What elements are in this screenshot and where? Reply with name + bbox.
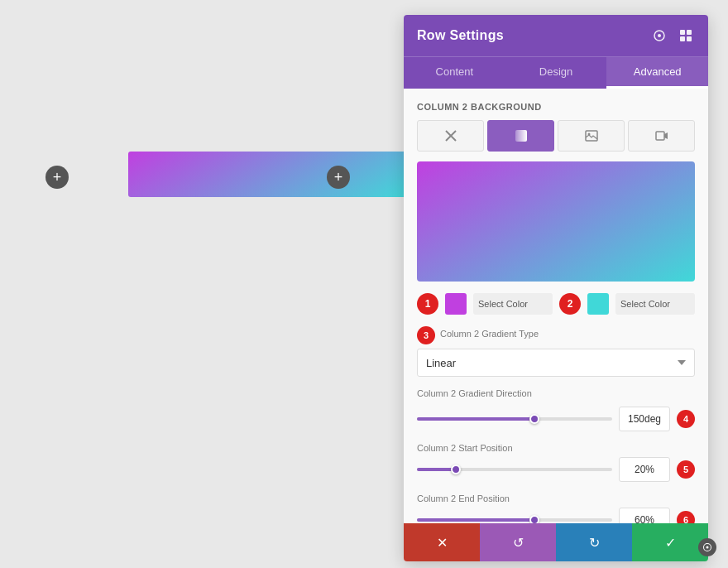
tab-content[interactable]: Content [404, 57, 505, 89]
gradient-start-fill [417, 468, 456, 471]
preview-icon[interactable] [650, 26, 668, 45]
badge-5: 5 [677, 460, 695, 479]
svg-rect-8 [515, 130, 527, 142]
tab-design[interactable]: Design [505, 57, 607, 89]
color-swatch-2[interactable] [587, 293, 609, 315]
gradient-type-field: 3 Column 2 Gradient Type Linear [417, 326, 695, 377]
left-add-button[interactable]: + [46, 166, 69, 189]
svg-rect-4 [680, 36, 685, 41]
corner-settings-icon[interactable] [698, 538, 716, 556]
gradient-start-slider-row: 20% 5 [417, 457, 695, 482]
select-color-2-button[interactable]: Select Color [615, 293, 695, 315]
bg-type-none[interactable] [417, 120, 484, 152]
gradient-end-thumb[interactable] [529, 515, 539, 523]
gradient-end-slider-row: 60% 6 [417, 508, 695, 523]
badge-1: 1 [417, 293, 438, 315]
badge-3: 3 [417, 326, 435, 344]
bg-type-video[interactable] [628, 120, 695, 152]
gradient-direction-value[interactable]: 150deg [619, 407, 670, 431]
row-add-button[interactable]: + [327, 166, 350, 189]
panel-header-icons [650, 26, 695, 45]
cancel-icon: ✕ [437, 535, 448, 551]
panel-footer: ✕ ↺ ↻ ✓ [404, 523, 708, 561]
color-stops-row: 1 Select Color 2 Select Color [417, 293, 695, 315]
save-icon: ✓ [665, 535, 676, 551]
panel-body: Column 2 Background [404, 89, 708, 523]
gradient-preview-box [417, 161, 695, 282]
gradient-end-fill [417, 518, 534, 522]
badge-2: 2 [559, 293, 581, 315]
svg-point-12 [706, 546, 709, 549]
gradient-start-label: Column 2 Start Position [417, 443, 695, 453]
gradient-start-track[interactable] [417, 468, 612, 471]
gradient-direction-fill [417, 417, 534, 421]
gradient-end-value[interactable]: 60% [619, 508, 670, 523]
redo-icon: ↻ [589, 535, 600, 551]
gradient-direction-thumb[interactable] [529, 414, 539, 424]
cancel-button[interactable]: ✕ [404, 523, 480, 561]
gradient-direction-slider-row: 150deg 4 [417, 407, 695, 431]
gradient-start-thumb[interactable] [451, 465, 461, 474]
select-color-1-button[interactable]: Select Color [473, 293, 553, 315]
svg-rect-11 [656, 132, 664, 140]
gradient-direction-track[interactable] [417, 417, 612, 421]
bg-type-gradient[interactable] [487, 120, 554, 152]
gradient-start-field: Column 2 Start Position 20% 5 [417, 443, 695, 482]
plus-icon-2: + [334, 169, 343, 186]
panel-title: Row Settings [417, 28, 504, 43]
tab-advanced[interactable]: Advanced [606, 57, 708, 89]
tabs-bar: Content Design Advanced [404, 56, 708, 89]
badge-4: 4 [677, 410, 695, 428]
redo-button[interactable]: ↻ [556, 523, 632, 561]
gradient-end-label: Column 2 End Position [417, 493, 695, 503]
svg-point-1 [658, 34, 661, 37]
bg-type-row [417, 120, 695, 152]
gradient-direction-field: Column 2 Gradient Direction 150deg 4 [417, 388, 695, 431]
gradient-start-value[interactable]: 20% [619, 457, 670, 482]
svg-rect-3 [687, 30, 692, 35]
badge-6: 6 [677, 511, 695, 523]
gradient-end-field: Column 2 End Position 60% 6 [417, 493, 695, 523]
svg-rect-2 [680, 30, 685, 35]
panel-header: Row Settings [404, 15, 708, 56]
bg-type-image[interactable] [558, 120, 625, 152]
gradient-type-label: Column 2 Gradient Type [440, 329, 539, 339]
gradient-end-track[interactable] [417, 518, 612, 522]
gradient-direction-label: Column 2 Gradient Direction [417, 388, 532, 398]
row-settings-panel: Row Settings Content De [404, 15, 708, 561]
reset-icon: ↺ [513, 535, 524, 551]
bg-section-title: Column 2 Background [417, 102, 695, 112]
reset-button[interactable]: ↺ [480, 523, 556, 561]
gradient-type-select[interactable]: Linear [417, 349, 695, 377]
color-swatch-1[interactable] [445, 293, 467, 315]
row-gradient-preview [128, 152, 410, 197]
save-button[interactable]: ✓ [632, 523, 708, 561]
layout-icon[interactable] [677, 26, 695, 45]
svg-rect-5 [687, 36, 692, 41]
plus-icon: + [53, 169, 62, 186]
